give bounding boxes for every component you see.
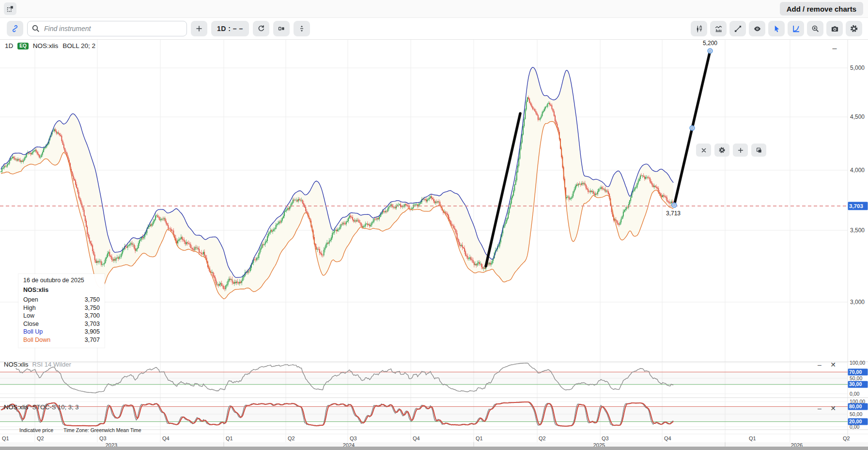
search-input[interactable] bbox=[27, 21, 187, 36]
svg-text:50,00: 50,00 bbox=[850, 411, 862, 417]
svg-text:50,00: 50,00 bbox=[850, 375, 862, 381]
refresh-icon bbox=[257, 25, 265, 32]
tooltip-row-high: High3,750 bbox=[23, 304, 100, 312]
top-bar: Add / remove charts bbox=[0, 0, 868, 17]
svg-text:Q3: Q3 bbox=[602, 435, 609, 441]
svg-text:0,00: 0,00 bbox=[850, 391, 860, 397]
instrument-type-badge: EQ bbox=[17, 43, 28, 49]
chart-toolbar: 1D : – – bbox=[0, 17, 868, 40]
copy-icon bbox=[756, 147, 762, 154]
legend-symbol[interactable]: NOS:xlis bbox=[33, 42, 59, 49]
chart-style-icon bbox=[278, 25, 285, 32]
camera-icon bbox=[831, 25, 839, 33]
svg-text:Q2: Q2 bbox=[37, 435, 44, 441]
candlestick-style-button[interactable] bbox=[691, 21, 707, 36]
curve-tool-button[interactable] bbox=[788, 21, 804, 36]
tooltip-row-close: Close3,703 bbox=[23, 320, 100, 328]
stoc-panel-header: NOS:xlis STOC-S 10; 3; 3 bbox=[4, 403, 78, 411]
rsi-panel-name[interactable]: RSI 14 Wilder bbox=[32, 361, 71, 368]
svg-text:3,713: 3,713 bbox=[666, 210, 681, 217]
ohlc-tooltip: 16 de outubro de 2025 NOS:xlis Open3,750… bbox=[18, 274, 105, 348]
chart-style-button[interactable] bbox=[273, 21, 290, 36]
svg-text:Q4: Q4 bbox=[413, 435, 420, 441]
svg-text:4,000: 4,000 bbox=[850, 167, 865, 174]
svg-text:Q4: Q4 bbox=[664, 435, 671, 441]
svg-text:5,200: 5,200 bbox=[703, 40, 717, 47]
svg-text:Q3: Q3 bbox=[350, 435, 357, 441]
svg-text:Q1: Q1 bbox=[749, 435, 756, 441]
chart-area: 5,2003,7135,0004,5004,0003,5003,0003,703… bbox=[0, 40, 868, 450]
restore-window-button[interactable] bbox=[4, 2, 16, 15]
chart-canvas[interactable]: 5,2003,7135,0004,5004,0003,5003,0003,703… bbox=[0, 40, 868, 450]
indicators-button[interactable] bbox=[710, 21, 727, 36]
rsi-panel-header: NOS:xlis RSI 14 Wilder bbox=[4, 361, 71, 368]
svg-text:3,000: 3,000 bbox=[850, 299, 865, 305]
svg-text:Q1: Q1 bbox=[476, 435, 483, 441]
link-icon bbox=[11, 25, 19, 32]
gear-icon bbox=[718, 146, 726, 154]
toolbar-right-group bbox=[691, 21, 862, 36]
stoc-panel-name[interactable]: STOC-S 10; 3; 3 bbox=[32, 403, 79, 411]
svg-text:100,00: 100,00 bbox=[850, 360, 865, 366]
svg-text:4,500: 4,500 bbox=[850, 113, 865, 120]
zoom-in-button[interactable] bbox=[807, 21, 823, 36]
tooltip-row-open: Open3,750 bbox=[23, 296, 100, 304]
svg-text:70,00: 70,00 bbox=[849, 369, 862, 375]
stoc-panel-actions: – ✕ bbox=[816, 404, 837, 412]
plus-icon bbox=[195, 25, 203, 32]
legend-indicator[interactable]: BOLL 20; 2 bbox=[62, 42, 95, 49]
delete-drawing-button[interactable] bbox=[696, 144, 711, 157]
candlestick-icon bbox=[695, 25, 703, 33]
instrument-search bbox=[27, 21, 187, 36]
indicative-price-note: Indicative price bbox=[19, 427, 53, 433]
visibility-button[interactable] bbox=[749, 21, 765, 36]
vertical-resize-icon bbox=[298, 25, 306, 32]
tooltip-symbol: NOS:xlis bbox=[23, 287, 100, 293]
rsi-panel-actions: – ✕ bbox=[816, 361, 837, 369]
duplicate-drawing-button[interactable] bbox=[751, 144, 766, 157]
timezone-note: Time Zone: Greenwich Mean Time bbox=[63, 427, 141, 433]
restore-icon bbox=[6, 5, 14, 13]
eye-icon bbox=[753, 25, 761, 33]
drawing-settings-button[interactable] bbox=[714, 144, 729, 157]
legend-interval: 1D bbox=[5, 42, 13, 49]
add-remove-charts-button[interactable]: Add / remove charts bbox=[780, 2, 863, 16]
svg-text:80,00: 80,00 bbox=[849, 403, 862, 409]
svg-text:Q2: Q2 bbox=[539, 435, 546, 441]
screenshot-button[interactable] bbox=[826, 21, 843, 36]
add-drawing-button[interactable] bbox=[733, 144, 748, 157]
rsi-panel-symbol[interactable]: NOS:xlis bbox=[4, 361, 29, 368]
stoc-close-button[interactable]: ✕ bbox=[829, 404, 837, 412]
svg-text:Q1: Q1 bbox=[2, 435, 9, 441]
cursor-icon bbox=[773, 25, 781, 33]
curve-icon bbox=[792, 25, 800, 33]
horizontal-scrollbar[interactable] bbox=[0, 447, 868, 450]
rsi-close-button[interactable]: ✕ bbox=[829, 361, 837, 369]
toolbar-left-group: 1D : – – bbox=[7, 21, 310, 36]
trendline-icon bbox=[734, 25, 742, 33]
rsi-collapse-button[interactable]: – bbox=[816, 361, 823, 369]
interval-selector-button[interactable]: 1D : – – bbox=[211, 21, 249, 36]
link-chart-button[interactable] bbox=[7, 21, 23, 36]
trendline-tool-button[interactable] bbox=[729, 21, 746, 36]
zoom-in-icon bbox=[811, 25, 820, 33]
svg-text:3,703: 3,703 bbox=[849, 203, 863, 209]
tooltip-row-boll-up: Boll Up3,905 bbox=[23, 328, 100, 336]
add-instrument-button[interactable] bbox=[191, 21, 207, 36]
svg-text:5,000: 5,000 bbox=[850, 64, 865, 71]
tooltip-row-low: Low3,700 bbox=[23, 312, 100, 320]
refresh-button[interactable] bbox=[253, 21, 269, 36]
indicator-chart-icon bbox=[714, 25, 723, 33]
svg-text:Q4: Q4 bbox=[162, 435, 170, 441]
vertical-scale-button[interactable] bbox=[294, 21, 310, 36]
stoc-collapse-button[interactable]: – bbox=[816, 404, 823, 412]
svg-text:Q3: Q3 bbox=[99, 435, 107, 441]
gear-icon bbox=[850, 24, 858, 33]
cursor-tool-button[interactable] bbox=[768, 21, 785, 36]
stoc-panel-symbol[interactable]: NOS:xlis bbox=[4, 403, 29, 411]
tooltip-date: 16 de outubro de 2025 bbox=[23, 277, 100, 284]
settings-button[interactable] bbox=[846, 21, 862, 36]
svg-text:Q2: Q2 bbox=[843, 435, 850, 441]
main-pane-collapse-button[interactable]: – bbox=[829, 44, 840, 53]
svg-text:Q2: Q2 bbox=[288, 435, 295, 441]
